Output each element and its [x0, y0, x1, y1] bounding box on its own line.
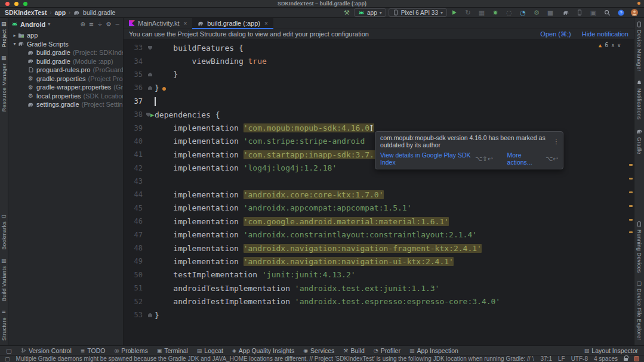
warning-stripe-mark[interactable]	[629, 205, 633, 207]
code-line-48[interactable]: 48 implementation 'androidx.navigation:n…	[124, 242, 634, 255]
caret-position-widget[interactable]: 37:1	[540, 355, 551, 362]
code-line-51[interactable]: 51 androidTestImplementation 'androidx.t…	[124, 281, 634, 295]
fold-marker[interactable]	[148, 46, 152, 50]
toolwindow-button-app-quality-insights[interactable]: ◈App Quality Insights	[232, 347, 294, 354]
next-problem-button[interactable]: ∨	[618, 42, 621, 48]
warning-stripe-mark[interactable]	[629, 178, 633, 180]
zoom-window-button[interactable]	[23, 2, 27, 6]
status-widget-icon[interactable]	[634, 356, 639, 361]
breadcrumb-item-build.gradle[interactable]: build.gradle	[83, 9, 115, 16]
tree-item-settings.gradle[interactable]: settings.gradle(Project Settings)	[8, 100, 123, 109]
tree-item-build.gradle[interactable]: build.gradle(Project: SDKIndexTest)	[8, 48, 123, 57]
code-line-44[interactable]: 44 implementation 'androidx.core:core-kt…	[124, 188, 634, 201]
toolwindow-button-problems[interactable]: ◎Problems	[114, 347, 147, 354]
restart-activity-icon[interactable]: ↻	[463, 8, 473, 17]
debug-button[interactable]	[491, 8, 500, 17]
device-manager-icon[interactable]	[575, 8, 584, 17]
readonly-lock-icon[interactable]	[624, 358, 628, 361]
banner-hide-link[interactable]: Hide notification	[582, 30, 628, 38]
code-editor[interactable]: ▲ 6 ∧ ∨ 33 buildFeatures {34 viewBinding…	[124, 39, 634, 345]
tooltip-details-link[interactable]: View details in Google Play SDK Index	[380, 151, 472, 166]
close-window-button[interactable]	[5, 2, 10, 6]
line-ending-widget[interactable]: LF	[558, 355, 565, 362]
code-line-46[interactable]: 46 implementation 'com.google.android.ma…	[124, 215, 634, 228]
expand-all-icon[interactable]: ≡	[89, 21, 94, 27]
toolwindow-button-gradle[interactable]: Gradle	[636, 128, 643, 154]
banner-open-link[interactable]: Open (⌘;)	[540, 30, 571, 38]
tree-chevron-icon[interactable]: ▸	[12, 33, 17, 38]
toolwindow-switcher-icon[interactable]: ▢	[6, 347, 12, 354]
toolwindow-button-project[interactable]: ▤Project	[1, 21, 7, 47]
toolwindow-button-services[interactable]: ◉Services	[303, 347, 334, 354]
toolwindow-button-structure[interactable]: ≡Structure	[1, 310, 7, 341]
toolwindow-button-device-file-explorer[interactable]: ▢Device File Explorer	[636, 281, 642, 341]
tree-item-build.gradle[interactable]: build.gradle(Module :app)	[8, 57, 123, 66]
toolwindow-button-build-variants[interactable]: ▥Build Variants	[1, 258, 7, 301]
code-line-35[interactable]: 35 }	[124, 68, 634, 81]
profiler-icon[interactable]: ◔	[518, 8, 528, 17]
run-gutter-icon[interactable]: ▶	[150, 112, 154, 118]
breadcrumb-item-app[interactable]: app	[54, 9, 66, 16]
toolwindow-button-logcat[interactable]: ▤Logcat	[197, 347, 223, 354]
hide-panel-icon[interactable]: −	[115, 21, 120, 27]
encoding-widget[interactable]: UTF-8	[571, 355, 588, 362]
status-message[interactable]: Multiple Gradle daemons might be spawned…	[16, 355, 535, 362]
close-tab-icon[interactable]: ×	[183, 20, 187, 27]
tree-item-proguard-rules.pro[interactable]: proguard-rules.pro(ProGuard Rules for ":…	[8, 66, 123, 75]
toolwindow-button-app-inspection[interactable]: ▥App Inspection	[409, 347, 458, 354]
settings-gear-icon[interactable]: ⚙	[106, 21, 112, 27]
tree-item-gradle-wrapper.properties[interactable]: ⚙gradle-wrapper.properties(Gradle Versio…	[8, 83, 123, 92]
project-view-selector[interactable]: Android	[20, 21, 45, 28]
prev-problem-button[interactable]: ∧	[611, 42, 614, 48]
background-tasks-icon[interactable]: ▢	[5, 356, 10, 362]
code-line-36[interactable]: 36}	[124, 81, 634, 94]
fold-marker[interactable]	[148, 313, 152, 317]
locate-file-icon[interactable]: ⊕	[80, 21, 85, 27]
code-line-43[interactable]: 43	[124, 175, 634, 188]
tree-item-local.properties[interactable]: ⚙local.properties(SDK Location)	[8, 92, 123, 101]
error-stripe[interactable]	[628, 39, 634, 345]
sdk-manager-icon[interactable]: ▣	[588, 8, 598, 17]
code-line-53[interactable]: 53}	[124, 308, 634, 321]
gradle-sync-icon[interactable]	[561, 8, 571, 17]
indent-widget[interactable]: 4 spaces	[594, 355, 618, 362]
tree-item-gradle.properties[interactable]: ⚙gradle.properties(Project Properties)	[8, 75, 123, 83]
code-line-38[interactable]: 38▶dependencies {	[124, 108, 634, 121]
warning-stripe-mark[interactable]	[629, 219, 633, 221]
warning-stripe-mark[interactable]	[629, 191, 633, 193]
collapse-all-icon[interactable]: ÷	[97, 21, 102, 27]
toolwindow-button-terminal[interactable]: ▣Terminal	[157, 347, 188, 354]
code-line-52[interactable]: 52 androidTestImplementation 'androidx.t…	[124, 295, 634, 308]
editor-tab-mainactivity.kt[interactable]: MainActivity.kt×	[124, 18, 192, 29]
warning-stripe-mark[interactable]	[629, 231, 633, 233]
editor-tab-build.gradle-app-[interactable]: build.gradle (:app)×	[192, 18, 273, 29]
search-everywhere-icon[interactable]	[602, 8, 612, 17]
code-line-47[interactable]: 47 implementation 'androidx.constraintla…	[124, 228, 634, 241]
fold-marker[interactable]	[148, 72, 152, 76]
code-line-50[interactable]: 50 testImplementation 'junit:junit:4.13.…	[124, 268, 634, 281]
code-line-45[interactable]: 45 implementation 'androidx.appcompat:ap…	[124, 202, 634, 215]
device-select[interactable]: Pixel 6 API 33 ▾	[389, 8, 447, 17]
toolwindow-button-running-devices[interactable]: Running Devices	[636, 221, 642, 273]
coverage-icon[interactable]: ▦	[477, 8, 486, 17]
warning-stripe-mark[interactable]	[629, 164, 633, 166]
tooltip-menu-icon[interactable]: ⋮	[549, 138, 560, 145]
code-line-49[interactable]: 49 implementation 'androidx.navigation:n…	[124, 255, 634, 268]
apply-changes-icon[interactable]: ⚙	[532, 8, 541, 17]
tree-chevron-icon[interactable]: ▾	[12, 41, 17, 47]
toolwindow-button-notifications[interactable]: Notifications	[636, 80, 642, 120]
toolwindow-button-todo[interactable]: ≣TODO	[81, 347, 106, 354]
tooltip-more-actions-link[interactable]: More actions...	[507, 151, 543, 166]
breadcrumb-item-sdkindextest[interactable]: SDKIndexTest	[5, 9, 47, 16]
toolwindow-button-version-control[interactable]: Version Control	[21, 347, 72, 354]
code-line-34[interactable]: 34 viewBinding true	[124, 54, 634, 67]
code-line-33[interactable]: 33 buildFeatures {	[124, 41, 634, 54]
fold-marker[interactable]	[148, 86, 152, 90]
run-button[interactable]	[449, 8, 459, 17]
tree-item-app[interactable]: ▸app	[8, 31, 123, 40]
inspection-widget[interactable]: ▲ 6 ∧ ∨	[599, 42, 621, 48]
profile-avatar[interactable]	[630, 8, 639, 17]
minimize-window-button[interactable]	[14, 2, 19, 6]
close-tab-icon[interactable]: ×	[264, 20, 268, 27]
attach-debugger-icon[interactable]: ◌	[504, 8, 514, 17]
